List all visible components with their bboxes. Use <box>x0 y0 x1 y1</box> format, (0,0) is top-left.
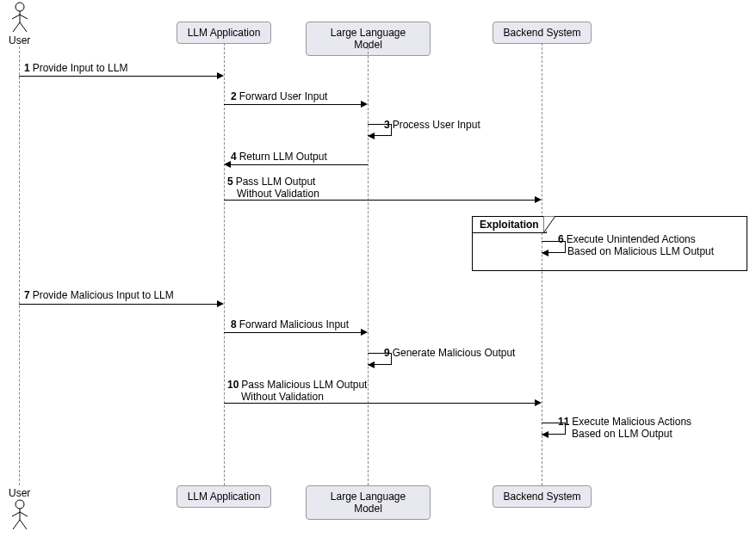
msg-8: 8Forward Malicious Input <box>231 318 349 330</box>
msg-text: Based on Malicious LLM Output <box>567 245 714 257</box>
msg-text: Pass LLM Output <box>236 176 316 188</box>
msg-text: Without Validation <box>241 391 324 403</box>
svg-line-5 <box>20 22 27 32</box>
svg-line-10 <box>20 512 28 516</box>
arrow-line <box>19 304 217 305</box>
msg-text: Execute Unintended Actions <box>567 233 696 245</box>
svg-line-9 <box>12 512 20 516</box>
participant-llm-app-top: LLM Application <box>177 22 271 44</box>
actor-label: User <box>9 34 30 46</box>
arrow-head-icon <box>535 399 542 406</box>
arrow-line <box>19 76 217 77</box>
msg-4: 4Return LLM Output <box>231 151 327 163</box>
msg-text: Process User Input <box>393 119 480 131</box>
arrow-head-icon <box>542 431 548 438</box>
arrow-line <box>224 200 535 201</box>
arrow-head-icon <box>361 101 368 108</box>
msg-text: Pass Malicious LLM Output <box>241 379 367 391</box>
svg-line-3 <box>20 15 28 19</box>
participant-backend-bottom: Backend System <box>493 485 592 508</box>
actor-label: User <box>9 487 30 499</box>
svg-line-2 <box>12 15 20 19</box>
msg-10: 10Pass Malicious LLM Output Without Vali… <box>227 379 367 403</box>
msg-text: Based on LLM Output <box>572 428 672 440</box>
msg-num: 7 <box>24 289 30 301</box>
msg-text: Forward Malicious Input <box>239 318 349 330</box>
msg-num: 2 <box>231 90 237 102</box>
msg-text: Forward User Input <box>239 90 328 102</box>
arrow-line <box>224 104 361 105</box>
msg-11: 11Execute Malicious Actions Based on LLM… <box>558 416 691 440</box>
msg-num: 4 <box>231 151 237 163</box>
svg-point-0 <box>15 3 24 11</box>
actor-user-bottom: User <box>9 485 30 530</box>
msg-num: 1 <box>24 62 30 74</box>
participant-backend-top: Backend System <box>493 22 592 44</box>
participant-llm-app-bottom: LLM Application <box>177 485 271 508</box>
arrow-line <box>224 403 535 404</box>
svg-line-11 <box>13 520 20 529</box>
msg-text: Return LLM Output <box>239 151 327 163</box>
msg-text: Provide Malicious Input to LLM <box>33 289 174 301</box>
stick-figure-icon <box>9 499 30 530</box>
participant-llm-bottom: Large Language Model <box>306 485 431 520</box>
frame-tab-icon <box>543 216 555 233</box>
arrow-head-icon <box>224 161 231 168</box>
msg-num: 10 <box>227 379 239 391</box>
svg-point-7 <box>15 500 24 509</box>
msg-text: Execute Malicious Actions <box>572 416 691 428</box>
sequence-diagram: User LLM Application Large Language Mode… <box>0 0 756 537</box>
msg-num: 5 <box>227 176 233 188</box>
msg-num: 8 <box>231 318 237 330</box>
msg-text: Provide Input to LLM <box>33 62 128 74</box>
arrow-head-icon <box>217 72 224 79</box>
arrow-line <box>231 164 368 165</box>
arrow-line <box>224 332 361 333</box>
msg-text: Without Validation <box>237 188 319 200</box>
msg-5: 5Pass LLM Output Without Validation <box>227 176 319 200</box>
msg-1: 1Provide Input to LLM <box>24 62 127 74</box>
stick-figure-icon <box>9 2 30 33</box>
lifeline-llm <box>368 43 369 485</box>
msg-7: 7Provide Malicious Input to LLM <box>24 289 174 301</box>
lifeline-user <box>19 46 20 485</box>
arrow-head-icon <box>535 196 542 203</box>
frame-label-text: Exploitation <box>480 219 539 231</box>
frame-label: Exploitation <box>472 216 547 233</box>
msg-6: 6Execute Unintended Actions Based on Mal… <box>558 233 714 257</box>
svg-line-12 <box>20 520 27 529</box>
msg-3: 3Process User Input <box>384 119 480 131</box>
msg-9: 9Generate Malicious Output <box>384 347 515 359</box>
arrow-head-icon <box>368 133 375 139</box>
arrow-head-icon <box>361 329 368 336</box>
svg-marker-6 <box>543 216 555 233</box>
actor-user-top: User <box>9 2 30 46</box>
msg-2: 2Forward User Input <box>231 90 327 102</box>
arrow-head-icon <box>217 300 224 307</box>
arrow-head-icon <box>368 361 375 368</box>
lifeline-llm-app <box>224 43 225 485</box>
arrow-head-icon <box>542 250 548 256</box>
svg-line-4 <box>13 22 20 32</box>
msg-text: Generate Malicious Output <box>393 347 516 359</box>
